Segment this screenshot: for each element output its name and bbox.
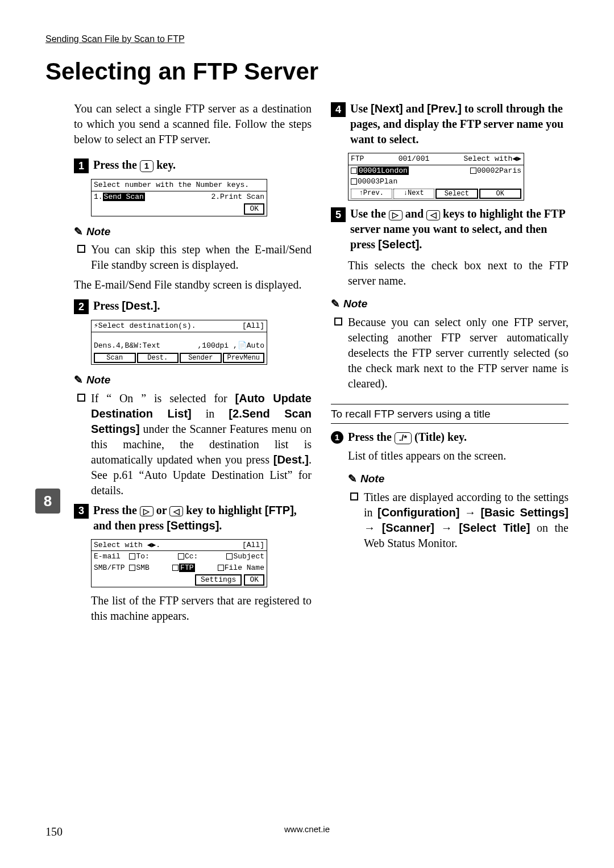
checkbox-icon (77, 245, 85, 253)
s5-select: [Select] (378, 238, 419, 251)
n2-t2: in (192, 407, 229, 420)
right-arrow-key: ▷ (389, 210, 403, 220)
note1-para: The E-mail/Send File standby screen is d… (74, 277, 312, 293)
s4-r1a: 00001London (358, 166, 409, 175)
checkbox-icon (77, 394, 85, 402)
s2-btn-scan: Scan (94, 353, 136, 363)
screen-1: Select number with the Number keys. 1.Se… (91, 179, 267, 216)
s4-prefix: Use (350, 102, 371, 115)
step-5-text: Use the ▷ and ◁ keys to highlight the FT… (350, 206, 569, 252)
s4-prev: [Prev.] (427, 102, 462, 115)
s3-r2-3: File Name (225, 564, 264, 572)
note5-bullet: Because you can select only one FTP serv… (334, 315, 569, 391)
s3-r1-1: To: (136, 552, 149, 561)
n2-t1: If “ On ” is selected for (91, 392, 235, 404)
step2-label: [Dest.] (122, 299, 157, 312)
s3-prefix: Press the (93, 504, 140, 516)
s3-r2-2: FTP (179, 564, 194, 572)
step-3: 3 Press the ▷ or ◁ key to highlight [FTP… (74, 503, 312, 533)
s3-tail1: key to highlight (183, 504, 264, 516)
note-label-1: Note (86, 224, 110, 239)
step-2-text: Press [Dest.]. (93, 298, 312, 314)
s2-line3c: Auto (247, 341, 264, 350)
screen-2: ⚡Select destination(s). [All] Dens.4,B&W… (91, 320, 267, 365)
s4-btn-ok: OK (479, 189, 522, 199)
s5-and: and (403, 207, 426, 220)
sub-note-bullet: Titles are displayed according to the se… (350, 490, 569, 551)
pencil-icon: ✎ (348, 471, 357, 486)
step-1: 1 Press the 1 key. (74, 157, 312, 173)
step-4-text: Use [Next] and [Prev.] to scroll through… (350, 101, 569, 147)
step2-suffix: . (157, 299, 160, 312)
screen1-options: 1.Send Scan 2.Print Scan (92, 191, 267, 203)
right-arrow-key: ▷ (140, 506, 154, 516)
chapter-tab: 8 (35, 489, 60, 514)
s1-ok-button: OK (244, 203, 264, 215)
sn-s4: [Select Title] (459, 521, 530, 534)
note-label-3: Note (343, 297, 367, 311)
note-label-4: Note (360, 471, 384, 486)
after-step5-para: This selects the check box next to the F… (348, 258, 569, 289)
s3-l1a: Select with (94, 541, 143, 549)
s2-line3b: ,100dpi , (198, 341, 238, 350)
s3-set: [Settings] (167, 519, 219, 532)
sn-s3: [Scanner] (382, 521, 434, 534)
page-title: Selecting an FTP Server (45, 58, 569, 85)
pencil-icon: ✎ (74, 224, 83, 239)
step-number-4: 4 (331, 102, 346, 117)
sn-s2: [Basic Settings] (480, 506, 569, 519)
lr-arrow-icon: ◀▶ (147, 541, 156, 549)
s4-and: and (403, 102, 427, 115)
right-column: 4 Use [Next] and [Prev.] to scroll throu… (331, 101, 569, 629)
s2-blank (92, 332, 267, 340)
screen-3: Select with ◀▶. [All] E-mail To: Cc: Sub… (91, 539, 267, 587)
step1-prefix: Press the (93, 158, 140, 171)
s1-opt1-prefix: 1. (94, 193, 103, 201)
s3-l1b: [All] (242, 541, 264, 550)
s4-r2a: 00003Plan (358, 177, 397, 186)
sub1-prefix: Press the (348, 431, 395, 443)
step1-suffix: key. (154, 158, 176, 171)
sub-note-text: Titles are displayed according to the se… (364, 490, 569, 551)
screen-4: FTP 001/001 Select with◀▶ 00001London 00… (348, 153, 524, 201)
s3-mid: or (154, 504, 170, 516)
step-1-text: Press the 1 key. (93, 157, 312, 173)
after-step3-para: The list of the FTP servers that are reg… (91, 593, 312, 624)
s1-opt1-label: Send Scan (103, 193, 145, 201)
lr-arrow-icon: ◀▶ (512, 155, 521, 163)
s2-btn-sender: Sender (180, 353, 222, 363)
pencil-icon: ✎ (331, 297, 340, 311)
screen1-buttons: OK (92, 202, 267, 216)
page-icon: 📄 (238, 341, 247, 350)
sn-a1: → (459, 506, 480, 519)
step2-prefix: Press (93, 299, 122, 312)
note1-bullet: You can skip this step when the E-mail/S… (77, 242, 312, 273)
checkbox-icon (350, 493, 358, 500)
key-1: 1 (140, 160, 154, 172)
s4-hdr-b: 001/001 (399, 155, 430, 164)
s5-prefix: Use the (350, 207, 389, 220)
s3-r1-3: Subject (233, 552, 264, 561)
step-5: 5 Use the ▷ and ◁ keys to highlight the … (331, 206, 569, 252)
title-key: ./* (395, 432, 412, 444)
left-arrow-key: ◁ (426, 210, 440, 220)
s4-btn-next: ↓Next (393, 189, 435, 199)
pencil-icon: ✎ (74, 373, 83, 387)
page-number: 150 (45, 825, 63, 838)
sn-a3: → (434, 521, 459, 534)
subsection-heading: To recall FTP servers using a title (331, 404, 569, 424)
note2-text: If “ On ” is selected for [Auto Update D… (91, 391, 312, 498)
checkbox-icon (334, 318, 342, 326)
s3-r2-0: SMB/FTP (94, 564, 125, 572)
note-heading-3: ✎ Note (331, 297, 569, 311)
s3-ftp: [FTP] (265, 504, 294, 516)
sn-a2: → (364, 521, 382, 534)
left-arrow-key: ◁ (169, 506, 183, 516)
s1-opt2: 2.Print Scan (211, 193, 264, 202)
left-column: You can select a single FTP server as a … (45, 101, 312, 629)
flash-icon: ⚡ (94, 322, 98, 330)
sn-s1: [Configuration] (377, 506, 459, 519)
substep-1: 1 Press the ./* (Title) key. (331, 429, 569, 445)
s4-hdr-c: Select with (464, 155, 513, 163)
step-number-2: 2 (74, 299, 89, 314)
